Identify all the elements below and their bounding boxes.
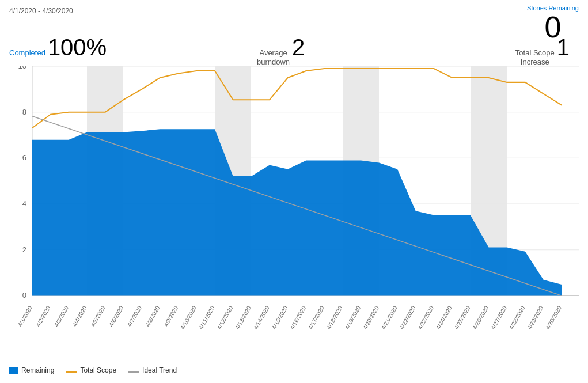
legend-ideal-trend: Ideal Trend xyxy=(128,366,177,374)
svg-text:4/24/2020: 4/24/2020 xyxy=(435,305,453,331)
ideal-trend-color-swatch xyxy=(128,371,139,373)
metrics-row: Completed 100% Averageburndown 2 Total S… xyxy=(9,35,579,60)
svg-text:4/14/2020: 4/14/2020 xyxy=(252,305,271,331)
svg-text:4/16/2020: 4/16/2020 xyxy=(289,305,308,331)
total-scope-legend-label: Total Scope xyxy=(80,366,116,374)
svg-text:4/30/2020: 4/30/2020 xyxy=(544,305,563,331)
svg-text:4/9/2020: 4/9/2020 xyxy=(162,305,179,328)
svg-text:4/22/2020: 4/22/2020 xyxy=(399,305,417,331)
svg-text:4/20/2020: 4/20/2020 xyxy=(362,305,380,331)
remaining-legend-label: Remaining xyxy=(21,366,54,374)
ideal-trend-legend-label: Ideal Trend xyxy=(142,366,177,374)
chart-legend: Remaining Total Scope Ideal Trend xyxy=(9,366,177,374)
svg-text:4/19/2020: 4/19/2020 xyxy=(344,305,362,331)
svg-text:4/7/2020: 4/7/2020 xyxy=(126,305,143,328)
svg-text:4/21/2020: 4/21/2020 xyxy=(380,305,399,331)
completed-value: 100% xyxy=(48,35,107,60)
date-range: 4/1/2020 - 4/30/2020 xyxy=(9,7,73,15)
svg-text:4/27/2020: 4/27/2020 xyxy=(490,305,508,331)
avg-value: 2 xyxy=(292,35,305,60)
y-label-0: 0 xyxy=(22,291,26,299)
svg-text:4/4/2020: 4/4/2020 xyxy=(71,305,88,328)
legend-remaining: Remaining xyxy=(9,366,54,374)
svg-text:4/29/2020: 4/29/2020 xyxy=(526,305,545,331)
scope-value: 1 xyxy=(557,35,570,60)
metric-total-scope: Total ScopeIncrease 1 xyxy=(515,35,570,66)
svg-text:4/2/2020: 4/2/2020 xyxy=(35,305,52,328)
svg-text:4/5/2020: 4/5/2020 xyxy=(90,305,107,328)
completed-label: Completed xyxy=(9,48,45,57)
svg-text:4/28/2020: 4/28/2020 xyxy=(508,305,526,331)
y-label-10: 10 xyxy=(18,66,26,70)
total-scope-color-swatch xyxy=(66,371,77,373)
svg-text:4/13/2020: 4/13/2020 xyxy=(234,305,252,331)
chart-area: 0 2 4 6 8 10 4/1/2020 4/2/202 xyxy=(9,66,579,340)
main-container: 4/1/2020 - 4/30/2020 Stories Remaining 0… xyxy=(0,0,588,383)
y-label-4: 4 xyxy=(22,199,26,208)
x-axis-labels: 4/1/2020 4/2/2020 4/3/2020 4/4/2020 4/5/… xyxy=(17,305,563,331)
svg-text:4/8/2020: 4/8/2020 xyxy=(145,305,161,328)
svg-text:4/6/2020: 4/6/2020 xyxy=(108,305,124,328)
svg-text:4/10/2020: 4/10/2020 xyxy=(179,305,198,331)
y-label-2: 2 xyxy=(22,245,26,254)
y-label-6: 6 xyxy=(22,153,26,162)
y-label-8: 8 xyxy=(22,108,26,116)
svg-text:4/15/2020: 4/15/2020 xyxy=(271,305,289,331)
burndown-chart: 0 2 4 6 8 10 4/1/2020 4/2/202 xyxy=(9,66,579,340)
svg-text:4/1/2020: 4/1/2020 xyxy=(17,305,33,328)
svg-text:4/25/2020: 4/25/2020 xyxy=(453,305,472,331)
scope-label: Total ScopeIncrease xyxy=(515,48,555,66)
svg-text:4/17/2020: 4/17/2020 xyxy=(307,305,325,331)
svg-text:4/26/2020: 4/26/2020 xyxy=(472,305,490,331)
svg-text:4/18/2020: 4/18/2020 xyxy=(325,305,344,331)
svg-text:4/3/2020: 4/3/2020 xyxy=(53,305,70,328)
avg-label: Averageburndown xyxy=(257,48,290,66)
metric-avg-burndown: Averageburndown 2 xyxy=(257,35,305,66)
metric-completed: Completed 100% xyxy=(9,35,107,60)
svg-text:4/23/2020: 4/23/2020 xyxy=(416,305,435,331)
legend-total-scope: Total Scope xyxy=(66,366,116,374)
remaining-color-swatch xyxy=(9,367,18,374)
svg-text:4/11/2020: 4/11/2020 xyxy=(198,305,216,331)
svg-text:4/12/2020: 4/12/2020 xyxy=(216,305,234,331)
